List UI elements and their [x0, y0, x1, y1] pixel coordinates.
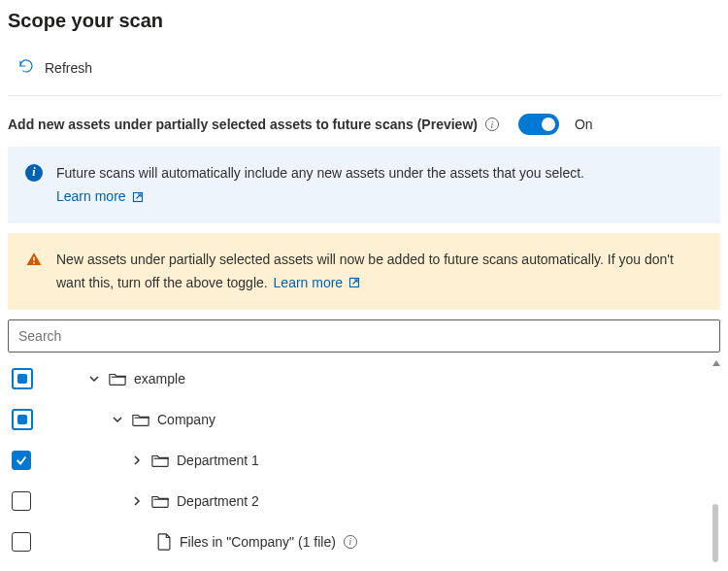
tree-row-label: Files in "Company" (1 file) [180, 534, 336, 550]
info-icon[interactable]: i [344, 535, 357, 549]
info-learn-more-label: Learn more [56, 185, 126, 207]
folder-icon [132, 412, 149, 427]
warning-learn-more-link[interactable]: Learn more [274, 272, 361, 293]
info-circle-icon: i [25, 164, 43, 182]
chevron-down-icon[interactable] [111, 414, 124, 425]
chevron-right-icon[interactable] [130, 495, 144, 507]
svg-rect-2 [33, 262, 35, 264]
warning-banner: New assets under partially selected asse… [8, 233, 720, 310]
auto-add-toggle[interactable] [518, 114, 559, 135]
checkbox-partial[interactable] [12, 409, 33, 430]
page-title: Scope your scan [8, 10, 720, 32]
external-link-icon [132, 191, 144, 203]
warning-learn-more-label: Learn more [274, 272, 344, 293]
tree-row-label: example [134, 371, 185, 386]
refresh-icon [17, 57, 35, 78]
info-banner-body: Future scans will automatically include … [56, 162, 584, 208]
checkbox-checked[interactable] [12, 451, 31, 470]
scrollbar[interactable] [712, 358, 720, 562]
search-input[interactable] [8, 319, 720, 353]
toolbar: Refresh [8, 50, 720, 96]
auto-add-row: Add new assets under partially selected … [8, 96, 720, 147]
info-banner-text: Future scans will automatically include … [56, 165, 584, 181]
tree-row-label: Company [157, 412, 215, 427]
warning-triangle-icon [25, 251, 43, 268]
tree-row-label: Department 2 [177, 493, 259, 509]
tree-row[interactable]: Company [8, 399, 720, 440]
refresh-button[interactable]: Refresh [8, 53, 98, 82]
refresh-label: Refresh [45, 60, 92, 76]
chevron-right-icon[interactable] [130, 454, 144, 466]
auto-add-label: Add new assets under partially selected … [8, 117, 478, 132]
auto-add-state: On [575, 117, 593, 132]
info-banner: i Future scans will automatically includ… [8, 147, 720, 223]
checkbox-empty[interactable] [12, 491, 31, 511]
tree-row[interactable]: Department 2 [8, 481, 720, 521]
tree-row[interactable]: Department 1 [8, 440, 720, 481]
folder-icon [109, 371, 126, 386]
tree-row[interactable]: example [8, 358, 720, 399]
tree-row-label: Department 1 [177, 453, 259, 468]
asset-tree: example Company [8, 358, 720, 562]
checkbox-partial[interactable] [12, 368, 33, 389]
warning-banner-text: New assets under partially selected asse… [56, 252, 674, 290]
warning-banner-body: New assets under partially selected asse… [56, 249, 703, 294]
tree-row[interactable]: Files in "Company" (1 file) i [8, 521, 720, 562]
folder-icon [151, 493, 169, 509]
svg-rect-1 [33, 257, 35, 261]
chevron-down-icon[interactable] [87, 373, 101, 385]
scroll-up-icon [712, 360, 720, 366]
info-learn-more-link[interactable]: Learn more [56, 185, 144, 207]
scroll-thumb[interactable] [712, 504, 718, 562]
folder-icon [151, 453, 169, 468]
info-icon[interactable]: i [485, 118, 499, 131]
checkbox-empty[interactable] [12, 532, 31, 552]
file-icon [157, 533, 172, 551]
external-link-icon [348, 277, 360, 288]
